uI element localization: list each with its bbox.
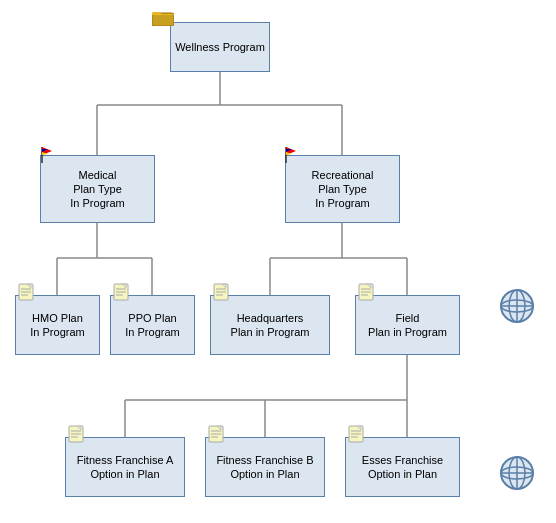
hmo-label: HMO PlanIn Program: [30, 311, 84, 340]
hmo-doc-icon: [18, 283, 34, 301]
fitness-b-doc-icon: [208, 425, 224, 443]
recreational-label: RecreationalPlan TypeIn Program: [312, 168, 374, 211]
medical-flag-icon: [38, 145, 58, 165]
recreational-node[interactable]: RecreationalPlan TypeIn Program: [285, 155, 400, 223]
globe-icon-1: [499, 288, 535, 324]
hq-doc-icon: [213, 283, 229, 301]
fitness-a-label: Fitness Franchise AOption in Plan: [77, 453, 174, 482]
ppo-node[interactable]: PPO PlanIn Program: [110, 295, 195, 355]
headquarters-node[interactable]: HeadquartersPlan in Program: [210, 295, 330, 355]
folder-icon: [152, 8, 174, 26]
diagram: Wellness Program MedicalPlan TypeIn Prog…: [0, 0, 556, 523]
hmo-node[interactable]: HMO PlanIn Program: [15, 295, 100, 355]
fitness-a-doc-icon: [68, 425, 84, 443]
field-node[interactable]: FieldPlan in Program: [355, 295, 460, 355]
esses-node[interactable]: Esses FranchiseOption in Plan: [345, 437, 460, 497]
ppo-label: PPO PlanIn Program: [125, 311, 179, 340]
ppo-doc-icon: [113, 283, 129, 301]
field-doc-icon: [358, 283, 374, 301]
recreational-flag-icon: [282, 145, 302, 165]
wellness-label: Wellness Program: [175, 40, 265, 54]
medical-node[interactable]: MedicalPlan TypeIn Program: [40, 155, 155, 223]
esses-doc-icon: [348, 425, 364, 443]
fitness-b-label: Fitness Franchise BOption in Plan: [216, 453, 313, 482]
field-label: FieldPlan in Program: [368, 311, 447, 340]
medical-label: MedicalPlan TypeIn Program: [70, 168, 124, 211]
globe-icon-2: [499, 455, 535, 491]
headquarters-label: HeadquartersPlan in Program: [231, 311, 310, 340]
fitness-b-node[interactable]: Fitness Franchise BOption in Plan: [205, 437, 325, 497]
esses-label: Esses FranchiseOption in Plan: [362, 453, 443, 482]
fitness-a-node[interactable]: Fitness Franchise AOption in Plan: [65, 437, 185, 497]
wellness-node[interactable]: Wellness Program: [170, 22, 270, 72]
